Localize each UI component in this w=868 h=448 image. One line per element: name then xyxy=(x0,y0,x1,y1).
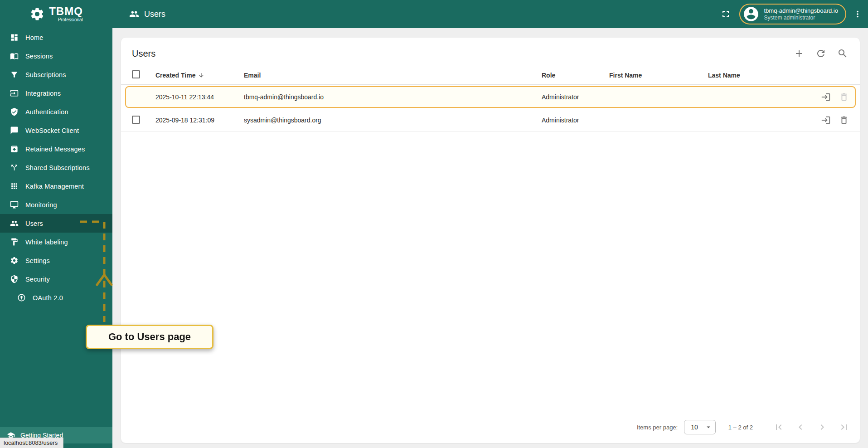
page-title: Users xyxy=(129,9,165,19)
sidebar-item-subscriptions[interactable]: Subscriptions xyxy=(0,65,112,84)
page-size-value: 10 xyxy=(691,424,698,431)
table-row[interactable]: 2025-10-11 22:13:44 tbmq-admin@thingsboa… xyxy=(125,86,856,108)
table-body: 2025-10-11 22:13:44 tbmq-admin@thingsboa… xyxy=(121,85,860,132)
sidebar-item-label: Subscriptions xyxy=(25,71,66,78)
refresh-button[interactable] xyxy=(815,48,826,59)
top-bar: Users tbmq-admin@thingsboard.io System a… xyxy=(112,0,868,28)
column-header-first-name[interactable]: First Name xyxy=(609,72,708,79)
cell-created-time: 2025-09-18 12:31:09 xyxy=(155,117,244,124)
delete-user-button xyxy=(839,92,849,102)
more-menu-button[interactable] xyxy=(853,9,863,19)
sidebar-item-label: WebSocket Client xyxy=(25,127,79,134)
column-header-label: Created Time xyxy=(155,72,195,79)
oauth-icon xyxy=(17,293,26,302)
security-icon xyxy=(10,275,19,283)
subscriptions-icon xyxy=(10,70,19,79)
column-header-last-name[interactable]: Last Name xyxy=(708,72,809,79)
previous-page-button[interactable] xyxy=(792,419,809,436)
first-page-button[interactable] xyxy=(770,419,787,436)
account-email: tbmq-admin@thingsboard.io xyxy=(764,7,838,15)
column-header-email[interactable]: Email xyxy=(244,72,542,79)
sidebar-item-label: Security xyxy=(25,276,50,283)
annotation-tooltip: Go to Users page xyxy=(86,325,213,349)
row-checkbox[interactable] xyxy=(132,116,140,124)
tbmq-logo-icon xyxy=(29,6,45,22)
paginator: Items per page: 10 1 – 2 of 2 xyxy=(121,414,860,443)
cell-created-time: 2025-10-11 22:13:44 xyxy=(155,93,244,101)
page-range-label: 1 – 2 of 2 xyxy=(728,424,753,431)
sidebar-item-home[interactable]: Home xyxy=(0,28,112,47)
delete-icon xyxy=(839,115,849,125)
sidebar-item-label: Kafka Management xyxy=(25,183,84,190)
sidebar-item-label: Authentication xyxy=(25,108,68,116)
app-logo[interactable]: TBMQ Professional xyxy=(0,0,112,28)
sessions-icon xyxy=(10,52,19,60)
sidebar-item-integrations[interactable]: Integrations xyxy=(0,84,112,102)
sidebar-nav: Home Sessions Subscriptions Integrations… xyxy=(0,28,112,307)
last-page-icon xyxy=(839,422,849,433)
sidebar-item-oauth[interactable]: OAuth 2.0 xyxy=(0,288,112,307)
first-page-icon xyxy=(773,422,784,433)
select-all-checkbox[interactable] xyxy=(132,70,140,78)
fullscreen-button[interactable] xyxy=(720,9,731,19)
shared-subscriptions-icon xyxy=(10,163,19,172)
sidebar-item-authentication[interactable]: Authentication xyxy=(0,102,112,121)
sidebar-item-sessions[interactable]: Sessions xyxy=(0,47,112,65)
column-header-role[interactable]: Role xyxy=(542,72,609,79)
column-header-created-time[interactable]: Created Time xyxy=(155,72,244,79)
sidebar-item-retained-messages[interactable]: Retained Messages xyxy=(0,140,112,158)
sidebar-item-shared-subscriptions[interactable]: Shared Subscriptions xyxy=(0,158,112,177)
add-user-button[interactable] xyxy=(794,48,805,59)
next-page-button[interactable] xyxy=(814,419,831,436)
sidebar: TBMQ Professional Home Sessions Subscrip… xyxy=(0,0,112,448)
sort-descending-icon xyxy=(198,72,204,78)
login-icon xyxy=(821,92,831,102)
sidebar-item-label: Sessions xyxy=(25,53,53,60)
authentication-icon xyxy=(10,107,19,116)
sidebar-item-label: Retained Messages xyxy=(25,146,85,153)
main-content: Users Created Time Email Role Fi xyxy=(112,28,868,448)
settings-icon xyxy=(10,256,19,265)
sidebar-item-white-labeling[interactable]: White labeling xyxy=(0,233,112,251)
sidebar-item-monitoring[interactable]: Monitoring xyxy=(0,195,112,214)
page-size-select[interactable]: 10 xyxy=(684,420,716,434)
cell-role: Administrator xyxy=(542,117,609,124)
fullscreen-icon xyxy=(720,9,731,19)
search-button[interactable] xyxy=(837,48,848,59)
delete-icon xyxy=(839,92,849,102)
sidebar-item-settings[interactable]: Settings xyxy=(0,251,112,270)
table-row[interactable]: 2025-09-18 12:31:09 sysadmin@thingsboard… xyxy=(121,109,860,132)
monitoring-icon xyxy=(10,200,19,209)
last-page-button[interactable] xyxy=(835,419,853,436)
login-as-user-button[interactable] xyxy=(821,115,831,125)
websocket-client-icon xyxy=(10,126,19,135)
sidebar-item-security[interactable]: Security xyxy=(0,270,112,288)
kafka-management-icon xyxy=(10,182,19,190)
retained-messages-icon xyxy=(10,145,19,153)
browser-status-bar: localhost:8083/users xyxy=(0,438,63,448)
add-icon xyxy=(794,48,805,59)
login-icon xyxy=(821,115,831,125)
search-icon xyxy=(837,48,848,59)
account-role: System administrator xyxy=(764,15,838,21)
cell-email: sysadmin@thingsboard.org xyxy=(244,117,542,124)
login-as-user-button[interactable] xyxy=(821,92,831,102)
card-title: Users xyxy=(132,49,155,59)
users-table-card: Users Created Time Email Role Fi xyxy=(121,38,860,443)
account-menu[interactable]: tbmq-admin@thingsboard.io System adminis… xyxy=(739,4,846,24)
sidebar-item-users[interactable]: Users xyxy=(0,214,112,233)
avatar-icon xyxy=(742,5,760,23)
sidebar-item-kafka-management[interactable]: Kafka Management xyxy=(0,177,112,195)
integrations-icon xyxy=(10,89,19,97)
sidebar-item-label: Home xyxy=(25,34,43,41)
sidebar-item-websocket-client[interactable]: WebSocket Client xyxy=(0,121,112,140)
sidebar-item-label: Users xyxy=(25,220,43,227)
delete-user-button[interactable] xyxy=(839,115,849,125)
home-icon xyxy=(10,33,19,42)
chevron-right-icon xyxy=(817,422,828,433)
users-icon xyxy=(10,219,19,228)
status-url: localhost:8083/users xyxy=(4,439,58,446)
sidebar-item-label: Integrations xyxy=(25,90,61,97)
chevron-down-icon xyxy=(704,423,713,431)
sidebar-item-label: Settings xyxy=(25,257,50,264)
